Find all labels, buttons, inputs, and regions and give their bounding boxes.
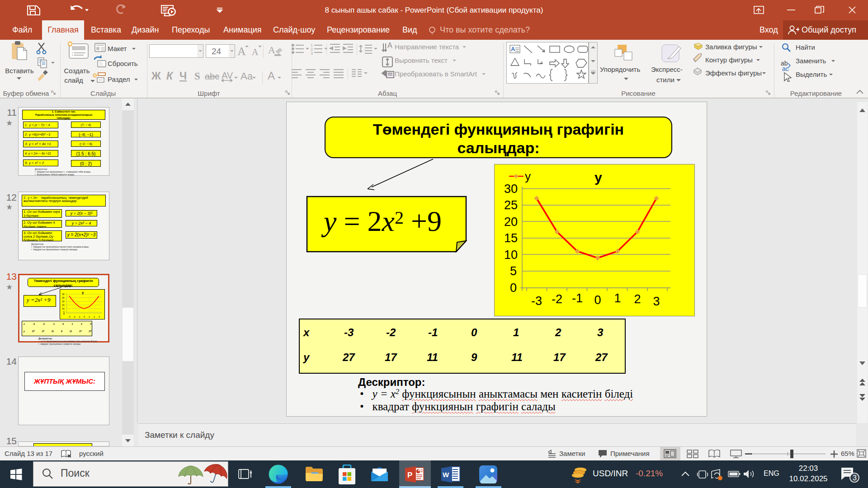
svg-text:-3: -3: [531, 294, 542, 308]
svg-text:y: y: [82, 291, 84, 295]
svg-text:A: A: [268, 70, 275, 82]
svg-text:2: 2: [634, 292, 641, 306]
svg-text:3: 3: [653, 295, 660, 308]
svg-text:W: W: [443, 471, 449, 479]
svg-text:15: 15: [504, 231, 518, 245]
svg-text:-1: -1: [78, 315, 80, 318]
svg-text:-2: -2: [73, 315, 75, 318]
svg-text:3: 3: [311, 51, 313, 56]
svg-text:0: 0: [84, 315, 85, 318]
svg-text:ac: ac: [782, 65, 789, 72]
svg-text:-1: -1: [572, 291, 583, 305]
svg-text:15: 15: [62, 304, 65, 306]
svg-text:К: К: [166, 70, 174, 82]
svg-text:P: P: [407, 471, 412, 479]
svg-text:2: 2: [94, 315, 95, 318]
svg-text:5: 5: [510, 264, 517, 278]
svg-text:25: 25: [504, 198, 518, 212]
svg-text:30: 30: [62, 293, 65, 296]
svg-text:y: y: [594, 170, 602, 185]
svg-text:A: A: [252, 47, 259, 57]
svg-text:0: 0: [594, 293, 601, 307]
svg-text:0: 0: [510, 281, 517, 295]
svg-text:Ч: Ч: [179, 70, 187, 82]
svg-text:A: A: [511, 46, 515, 52]
svg-text:10: 10: [62, 307, 65, 310]
svg-text:25: 25: [62, 296, 65, 299]
svg-text:Aa: Aa: [241, 70, 253, 82]
svg-text:3: 3: [853, 474, 857, 482]
svg-text:y: y: [525, 169, 531, 183]
svg-text:S: S: [194, 70, 200, 82]
svg-text:A: A: [387, 42, 392, 49]
svg-text:abc: abc: [205, 71, 219, 81]
svg-text:1: 1: [89, 315, 90, 318]
svg-text:0: 0: [63, 313, 65, 315]
svg-text:30: 30: [504, 182, 518, 196]
svg-text:20: 20: [62, 300, 65, 303]
svg-text:1: 1: [614, 291, 621, 305]
svg-text:A: A: [268, 44, 275, 56]
svg-text:10: 10: [504, 248, 518, 262]
svg-text:Ж: Ж: [151, 70, 161, 82]
svg-text:-3: -3: [68, 315, 71, 318]
svg-text:3: 3: [99, 315, 100, 318]
svg-text:-2: -2: [552, 292, 562, 306]
svg-text:20: 20: [504, 215, 518, 229]
svg-text:A: A: [237, 45, 246, 58]
